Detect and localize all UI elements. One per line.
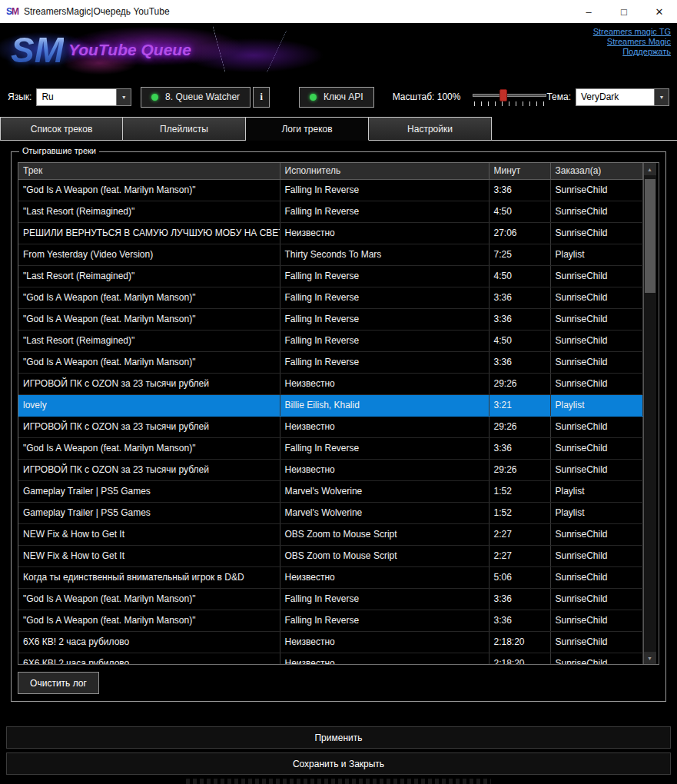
app-icon-m: M — [12, 6, 18, 17]
chevron-down-icon[interactable]: ▼ — [116, 89, 131, 105]
table-row[interactable]: "Last Resort (Reimagined)"Falling In Rev… — [18, 265, 642, 287]
table-row[interactable]: "God Is A Weapon (feat. Marilyn Manson)"… — [18, 179, 642, 201]
cell-artist: Marvel's Wolverine — [280, 502, 489, 523]
table-row[interactable]: From Yesterday (Video Version)Thirty Sec… — [18, 244, 642, 265]
cell-minutes: 3:36 — [489, 287, 550, 308]
theme-label: Тема: — [546, 91, 571, 102]
tab-track-logs[interactable]: Логи треков — [246, 117, 369, 141]
table-row[interactable]: ИГРОВОЙ ПК с OZON за 23 тысячи рублейНеи… — [18, 416, 642, 437]
cell-minutes: 3:36 — [489, 610, 550, 631]
tab-settings[interactable]: Настройки — [369, 117, 492, 141]
tab-content: Отыгравшие треки Трек Исполнитель Минут … — [0, 141, 677, 719]
table-row[interactable]: Gameplay Trailer | PS5 GamesMarvel's Wol… — [18, 502, 642, 523]
link-streamers-magic-tg[interactable]: Streamers magic TG — [593, 27, 671, 37]
cell-minutes: 3:36 — [489, 351, 550, 373]
cell-minutes: 3:21 — [489, 394, 550, 416]
slider-thumb[interactable] — [499, 89, 507, 101]
language-dropdown[interactable]: Ru ▼ — [36, 88, 131, 106]
api-key-label: Ключ API — [324, 91, 363, 102]
cell-artist: OBS Zoom to Mouse Script — [280, 545, 489, 566]
cell-requester: SunriseChild — [550, 308, 642, 330]
minimize-button[interactable]: – — [571, 0, 606, 23]
table-row[interactable]: РЕШИЛИ ВЕРНУТЬСЯ В САМУЮ ЛУЧШУЮ МОБУ НА … — [18, 222, 642, 244]
cell-track: NEW Fix & How to Get It — [18, 545, 280, 566]
cell-requester: SunriseChild — [550, 437, 642, 459]
maximize-button[interactable]: □ — [606, 0, 642, 23]
language-label: Язык: — [8, 91, 32, 102]
scrollbar-track[interactable] — [644, 175, 656, 652]
cell-requester: Playlist — [550, 502, 642, 523]
table-row[interactable]: ИГРОВОЙ ПК с OZON за 23 тысячи рублейНеи… — [18, 373, 642, 394]
clipped-status-text — [6, 779, 671, 784]
table-row[interactable]: Gameplay Trailer | PS5 GamesMarvel's Wol… — [18, 480, 642, 502]
close-button[interactable]: ✕ — [642, 0, 677, 23]
window-title: StreamersMagic|Очередь YouTube — [24, 6, 170, 17]
cell-minutes: 29:26 — [489, 373, 550, 394]
chevron-down-icon[interactable]: ▼ — [654, 89, 669, 105]
table-row[interactable]: NEW Fix & How to Get ItOBS Zoom to Mouse… — [18, 545, 642, 566]
tab-playlists[interactable]: Плейлисты — [123, 117, 246, 141]
scroll-up-icon[interactable]: ▲ — [644, 163, 656, 175]
link-streamers-magic[interactable]: Streamers Magic — [593, 37, 671, 47]
cell-artist: Falling In Reverse — [280, 265, 489, 287]
column-header-requester[interactable]: Заказал(а) — [550, 163, 642, 179]
table-row[interactable]: ИГРОВОЙ ПК с OZON за 23 тысячи рублейНеи… — [18, 459, 642, 480]
vertical-scrollbar[interactable]: ▲ ▼ — [643, 163, 656, 664]
header-links: Streamers magic TG Streamers Magic Подде… — [593, 27, 671, 57]
table-row[interactable]: "Last Resort (Reimagined)"Falling In Rev… — [18, 330, 642, 351]
tab-bar: Список треков Плейлисты Логи треков Наст… — [0, 117, 677, 141]
app-icon: SM — [6, 6, 18, 17]
queue-watcher-button[interactable]: 8. Queue Watcher — [141, 87, 251, 108]
apply-button[interactable]: Применить — [6, 726, 671, 749]
table-row[interactable]: "God Is A Weapon (feat. Marilyn Manson)"… — [18, 287, 642, 308]
cell-requester: SunriseChild — [550, 265, 642, 287]
table-row[interactable]: "God Is A Weapon (feat. Marilyn Manson)"… — [18, 437, 642, 459]
link-donate[interactable]: Поддержать — [593, 47, 671, 57]
app-logo: SM YouTube Queue — [0, 23, 330, 77]
table-row[interactable]: Когда ты единственный внимательный игрок… — [18, 566, 642, 588]
cell-requester: SunriseChild — [550, 222, 642, 244]
cell-minutes: 3:36 — [489, 437, 550, 459]
theme-dropdown[interactable]: VeryDark ▼ — [576, 88, 669, 106]
scrollbar-thumb[interactable] — [645, 179, 655, 293]
table-row[interactable]: "God Is A Weapon (feat. Marilyn Manson)"… — [18, 351, 642, 373]
cell-artist: Неизвестно — [280, 222, 489, 244]
cell-requester: Playlist — [550, 480, 642, 502]
column-header-track[interactable]: Трек — [18, 163, 280, 179]
cell-requester: SunriseChild — [550, 588, 642, 610]
table-row[interactable]: lovelyBillie Eilish, Khalid3:21Playlist — [18, 394, 642, 416]
cell-artist: Неизвестно — [280, 631, 489, 653]
window-controls: – □ ✕ — [571, 0, 677, 23]
cell-minutes: 4:50 — [489, 330, 550, 351]
cell-requester: SunriseChild — [550, 653, 642, 665]
cell-minutes: 7:25 — [489, 244, 550, 265]
info-button[interactable]: i — [253, 87, 270, 108]
cell-artist: Неизвестно — [280, 459, 489, 480]
cell-artist: Неизвестно — [280, 416, 489, 437]
column-header-artist[interactable]: Исполнитель — [280, 163, 489, 179]
save-close-button[interactable]: Сохранить и Закрыть — [6, 752, 671, 775]
cell-artist: Falling In Reverse — [280, 179, 489, 201]
cell-minutes: 29:26 — [489, 416, 550, 437]
cell-minutes: 5:06 — [489, 566, 550, 588]
cell-track: "God Is A Weapon (feat. Marilyn Manson)" — [18, 588, 280, 610]
tab-track-list[interactable]: Список треков — [0, 117, 123, 141]
table-row[interactable]: "God Is A Weapon (feat. Marilyn Manson)"… — [18, 610, 642, 631]
table-row[interactable]: "God Is A Weapon (feat. Marilyn Manson)"… — [18, 588, 642, 610]
cell-track: "God Is A Weapon (feat. Marilyn Manson)" — [18, 179, 280, 201]
column-header-minutes[interactable]: Минут — [489, 163, 550, 179]
table-row[interactable]: NEW Fix & How to Get ItOBS Zoom to Mouse… — [18, 523, 642, 545]
scale-slider[interactable] — [473, 85, 546, 108]
log-table-body: "God Is A Weapon (feat. Marilyn Manson)"… — [18, 179, 642, 665]
scroll-down-icon[interactable]: ▼ — [644, 652, 656, 664]
table-row[interactable]: "Last Resort (Reimagined)"Falling In Rev… — [18, 201, 642, 222]
table-row[interactable]: 6Х6 КВ! 2 часа рубиловоНеизвестно2:18:20… — [18, 631, 642, 653]
cell-artist: Falling In Reverse — [280, 437, 489, 459]
footer: Применить Сохранить и Закрыть — [0, 719, 677, 784]
cell-track: "Last Resort (Reimagined)" — [18, 201, 280, 222]
table-row[interactable]: "God Is A Weapon (feat. Marilyn Manson)"… — [18, 308, 642, 330]
table-row[interactable]: 6Х6 КВ! 2 часа рубиловоНеизвестно2:18:20… — [18, 653, 642, 665]
played-tracks-groupbox: Отыгравшие треки Трек Исполнитель Минут … — [11, 151, 666, 702]
api-key-button[interactable]: Ключ API — [299, 87, 374, 108]
clear-log-button[interactable]: Очистить лог — [18, 672, 99, 694]
